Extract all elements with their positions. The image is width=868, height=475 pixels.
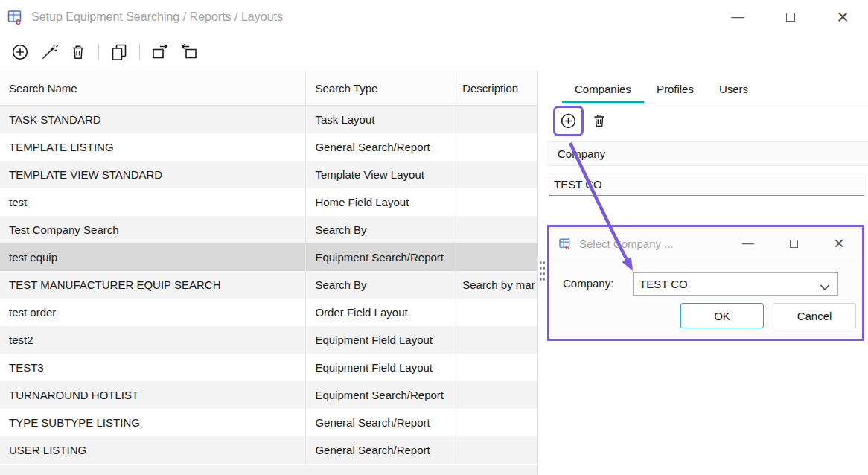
cell-search-name: TEST MANUFACTURER EQUIP SEARCH — [0, 271, 306, 299]
splitter-grip[interactable] — [539, 260, 546, 282]
export-layout-icon[interactable] — [151, 43, 169, 61]
cell-search-type: General Search/Report — [306, 133, 453, 161]
dialog-app-icon: c — [558, 236, 572, 251]
dialog-maximize-icon[interactable] — [790, 240, 798, 248]
column-header-description[interactable]: Description — [453, 71, 537, 105]
horizontal-scrollbar[interactable] — [0, 465, 537, 475]
company-row[interactable]: TEST CO — [549, 173, 864, 196]
company-dropdown-value: TEST CO — [639, 278, 688, 290]
cell-search-type: General Search/Report — [306, 409, 453, 436]
tab-companies[interactable]: Companies — [562, 83, 644, 103]
table-header: Search Name Search Type Description — [0, 71, 537, 106]
cell-description — [453, 243, 537, 271]
close-icon[interactable]: × — [837, 10, 849, 25]
table-row[interactable]: TYPE SUBTYPE LISTING General Search/Repo… — [0, 409, 537, 436]
cell-search-name: TEMPLATE LISTING — [0, 133, 306, 161]
table-row[interactable]: TEST MANUFACTURER EQUIP SEARCH Search By… — [0, 271, 537, 299]
company-list: TEST CO — [549, 173, 864, 196]
column-header-search-name[interactable]: Search Name — [0, 71, 306, 105]
dialog-title: Select Company ... — [579, 238, 674, 250]
company-dropdown[interactable]: TEST CO — [633, 272, 838, 296]
app-window: c Setup Equipment Searching / Reports / … — [0, 0, 868, 475]
table-row[interactable]: TEST3 Equipment Field Layout — [0, 354, 537, 381]
cell-description: Search by mar — [453, 271, 537, 299]
select-company-dialog: c Select Company ... — × Company: TEST C… — [547, 225, 864, 341]
cell-search-name: test order — [0, 299, 306, 326]
table-row[interactable]: TURNAROUND HOTLIST Equipment Search/Repo… — [0, 381, 537, 409]
delete-company-icon[interactable] — [592, 113, 607, 128]
table-row[interactable]: TASK STANDARD Task Layout — [0, 106, 537, 133]
cell-search-type: Task Layout — [306, 106, 453, 133]
svg-text:c: c — [16, 16, 21, 26]
toolbar-separator — [139, 44, 140, 60]
chevron-down-icon — [820, 281, 830, 293]
cell-search-name: TYPE SUBTYPE LISTING — [0, 409, 306, 436]
dialog-minimize-icon[interactable]: — — [742, 237, 754, 250]
cell-description — [453, 188, 537, 216]
tab-users[interactable]: Users — [706, 83, 761, 103]
annotation-highlight-box — [553, 106, 584, 136]
delete-icon[interactable] — [69, 43, 87, 61]
svg-text:c: c — [565, 243, 569, 251]
cell-description — [453, 133, 537, 161]
cell-description — [453, 161, 537, 188]
table-row[interactable]: Test Company Search Search By — [0, 216, 537, 243]
cell-search-name: TURNAROUND HOTLIST — [0, 381, 306, 409]
dialog-title-bar: c Select Company ... — × — [549, 227, 862, 260]
cell-search-name: TEMPLATE VIEW STANDARD — [0, 161, 306, 188]
tab-profiles[interactable]: Profiles — [644, 83, 706, 103]
table-row[interactable]: test Home Field Layout — [0, 188, 537, 216]
add-icon[interactable] — [11, 43, 29, 61]
dialog-close-icon[interactable]: × — [834, 237, 844, 250]
table-row[interactable]: test2 Equipment Field Layout — [0, 326, 537, 354]
paste-layout-icon[interactable] — [110, 43, 128, 61]
cell-search-type: Equipment Search/Report — [306, 243, 453, 271]
cell-search-type: Equipment Field Layout — [306, 326, 453, 354]
app-icon: c — [6, 7, 25, 27]
cancel-button[interactable]: Cancel — [773, 303, 856, 328]
ok-button[interactable]: OK — [680, 303, 764, 328]
cell-description — [453, 326, 537, 354]
cell-search-name: test — [0, 188, 306, 216]
cell-description — [453, 216, 537, 243]
cell-description — [453, 106, 537, 133]
cell-search-name: USER LISTING — [0, 436, 306, 464]
cell-search-type: General Search/Report — [306, 436, 453, 464]
cell-search-name: TEST3 — [0, 354, 306, 381]
dialog-controls: — × — [742, 237, 862, 250]
add-company-icon[interactable] — [560, 112, 577, 130]
companies-toolbar — [553, 104, 607, 137]
cell-description — [453, 299, 537, 326]
cell-description — [453, 354, 537, 381]
window-title: Setup Equipment Searching / Reports / La… — [31, 10, 283, 24]
column-header-search-type[interactable]: Search Type — [306, 71, 453, 105]
company-name: TEST CO — [554, 178, 602, 191]
import-layout-icon[interactable] — [180, 43, 198, 61]
right-panel-tabs: Companies Profiles Users — [547, 78, 868, 103]
table-row[interactable]: TEMPLATE LISTING General Search/Report — [0, 133, 537, 161]
cell-search-type: Equipment Search/Report — [306, 381, 453, 409]
cell-search-type: Equipment Field Layout — [306, 354, 453, 381]
cell-search-type: Home Field Layout — [306, 188, 453, 216]
cell-search-name: Test Company Search — [0, 216, 306, 243]
search-layouts-table: Search Name Search Type Description TASK… — [0, 71, 538, 475]
table-body: TASK STANDARD Task Layout TEMPLATE LISTI… — [0, 106, 537, 464]
table-row[interactable]: test equip Equipment Search/Report — [0, 243, 537, 271]
minimize-icon[interactable]: — — [731, 9, 744, 25]
cell-search-type: Template View Layout — [306, 161, 453, 188]
toolbar-separator — [98, 44, 99, 60]
cell-search-type: Search By — [306, 271, 453, 299]
title-bar: c Setup Equipment Searching / Reports / … — [0, 0, 868, 34]
cell-description — [453, 436, 537, 464]
maximize-icon[interactable] — [786, 13, 795, 22]
company-column-header[interactable]: Company — [547, 141, 868, 166]
table-row[interactable]: test order Order Field Layout — [0, 299, 537, 326]
cell-search-type: Search By — [306, 216, 453, 243]
table-row[interactable]: TEMPLATE VIEW STANDARD Template View Lay… — [0, 161, 537, 188]
cell-search-type: Order Field Layout — [306, 299, 453, 326]
cell-search-name: test equip — [0, 243, 306, 271]
wand-icon[interactable] — [40, 43, 58, 61]
cell-search-name: TASK STANDARD — [0, 106, 306, 133]
main-toolbar — [0, 34, 538, 71]
table-row[interactable]: USER LISTING General Search/Report — [0, 436, 537, 464]
